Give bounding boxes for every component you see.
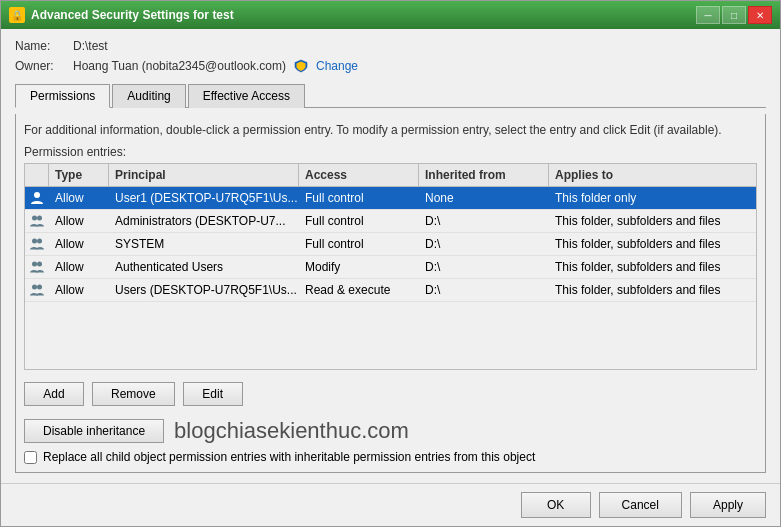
col-applies-to: Applies to xyxy=(549,164,756,186)
edit-button[interactable]: Edit xyxy=(183,382,243,406)
table-row[interactable]: AllowAdministrators (DESKTOP-U7...Full c… xyxy=(25,210,756,233)
svg-point-8 xyxy=(37,284,42,289)
table-cell: D:\ xyxy=(419,210,549,232)
window-title: Advanced Security Settings for test xyxy=(31,8,234,22)
table-cell: Users (DESKTOP-U7RQ5F1\Us... xyxy=(109,279,299,301)
window-icon: 🔒 xyxy=(9,7,25,23)
col-access: Access xyxy=(299,164,419,186)
inheritance-row: Disable inheritance blogchiasekienthuc.c… xyxy=(24,418,757,444)
tab-permissions[interactable]: Permissions xyxy=(15,84,110,108)
row-icon xyxy=(25,210,49,232)
table-cell: Modify xyxy=(299,256,419,278)
col-type: Type xyxy=(49,164,109,186)
table-cell: Allow xyxy=(49,256,109,278)
shield-icon xyxy=(294,59,308,73)
disable-inheritance-button[interactable]: Disable inheritance xyxy=(24,419,164,443)
name-value: D:\test xyxy=(73,39,108,53)
table-row[interactable]: AllowAuthenticated UsersModifyD:\This fo… xyxy=(25,256,756,279)
row-icon xyxy=(25,187,49,209)
owner-row: Owner: Hoang Tuan (nobita2345@outlook.co… xyxy=(15,59,766,73)
col-principal: Principal xyxy=(109,164,299,186)
owner-label: Owner: xyxy=(15,59,65,73)
table-cell: Allow xyxy=(49,187,109,209)
title-bar-controls: ─ □ ✕ xyxy=(696,6,772,24)
table-cell: None xyxy=(419,187,549,209)
tab-auditing[interactable]: Auditing xyxy=(112,84,185,108)
tab-content: For additional information, double-click… xyxy=(15,114,766,473)
svg-point-6 xyxy=(37,261,42,266)
table-cell: D:\ xyxy=(419,233,549,255)
table-header: Type Principal Access Inherited from App… xyxy=(25,164,756,187)
replace-permissions-label: Replace all child object permission entr… xyxy=(43,450,535,464)
table-cell: Read & execute xyxy=(299,279,419,301)
table-cell: SYSTEM xyxy=(109,233,299,255)
table-cell: This folder, subfolders and files xyxy=(549,256,756,278)
replace-permissions-checkbox[interactable] xyxy=(24,451,37,464)
maximize-button[interactable]: □ xyxy=(722,6,746,24)
main-window: 🔒 Advanced Security Settings for test ─ … xyxy=(0,0,781,527)
col-icon xyxy=(25,164,49,186)
table-cell: D:\ xyxy=(419,256,549,278)
permission-table: Type Principal Access Inherited from App… xyxy=(24,163,757,370)
svg-point-4 xyxy=(37,238,42,243)
svg-point-2 xyxy=(37,215,42,220)
table-cell: Authenticated Users xyxy=(109,256,299,278)
table-body: AllowUser1 (DESKTOP-U7RQ5F1\Us...Full co… xyxy=(25,187,756,369)
button-row: Add Remove Edit xyxy=(24,376,757,412)
apply-button[interactable]: Apply xyxy=(690,492,766,518)
ok-button[interactable]: OK xyxy=(521,492,591,518)
name-label: Name: xyxy=(15,39,65,53)
minimize-button[interactable]: ─ xyxy=(696,6,720,24)
title-bar-left: 🔒 Advanced Security Settings for test xyxy=(9,7,234,23)
cancel-button[interactable]: Cancel xyxy=(599,492,682,518)
table-cell: User1 (DESKTOP-U7RQ5F1\Us... xyxy=(109,187,299,209)
col-inherited-from: Inherited from xyxy=(419,164,549,186)
table-cell: Allow xyxy=(49,233,109,255)
table-cell: Allow xyxy=(49,210,109,232)
table-row[interactable]: AllowUsers (DESKTOP-U7RQ5F1\Us...Read & … xyxy=(25,279,756,302)
title-bar: 🔒 Advanced Security Settings for test ─ … xyxy=(1,1,780,29)
table-cell: This folder, subfolders and files xyxy=(549,279,756,301)
svg-point-1 xyxy=(32,215,37,220)
checkbox-row: Replace all child object permission entr… xyxy=(24,450,757,464)
svg-point-3 xyxy=(32,238,37,243)
row-icon xyxy=(25,233,49,255)
svg-point-0 xyxy=(34,192,40,198)
change-link[interactable]: Change xyxy=(316,59,358,73)
svg-point-7 xyxy=(32,284,37,289)
table-cell: Full control xyxy=(299,210,419,232)
add-button[interactable]: Add xyxy=(24,382,84,406)
table-cell: This folder, subfolders and files xyxy=(549,233,756,255)
svg-point-5 xyxy=(32,261,37,266)
content-area: Name: D:\test Owner: Hoang Tuan (nobita2… xyxy=(1,29,780,483)
close-button[interactable]: ✕ xyxy=(748,6,772,24)
entries-label: Permission entries: xyxy=(24,145,757,159)
table-cell: Allow xyxy=(49,279,109,301)
table-row[interactable]: AllowUser1 (DESKTOP-U7RQ5F1\Us...Full co… xyxy=(25,187,756,210)
row-icon xyxy=(25,256,49,278)
table-cell: This folder only xyxy=(549,187,756,209)
table-cell: Full control xyxy=(299,187,419,209)
bottom-section: Add Remove Edit Disable inheritance blog… xyxy=(24,370,757,464)
tab-bar: Permissions Auditing Effective Access xyxy=(15,83,766,108)
table-cell: This folder, subfolders and files xyxy=(549,210,756,232)
table-cell: Administrators (DESKTOP-U7... xyxy=(109,210,299,232)
remove-button[interactable]: Remove xyxy=(92,382,175,406)
watermark: blogchiasekienthuc.com xyxy=(174,418,409,444)
row-icon xyxy=(25,279,49,301)
dialog-footer: OK Cancel Apply xyxy=(1,483,780,526)
table-row[interactable]: AllowSYSTEMFull controlD:\This folder, s… xyxy=(25,233,756,256)
name-row: Name: D:\test xyxy=(15,39,766,53)
owner-value: Hoang Tuan (nobita2345@outlook.com) xyxy=(73,59,286,73)
info-text: For additional information, double-click… xyxy=(24,122,757,139)
table-cell: D:\ xyxy=(419,279,549,301)
table-cell: Full control xyxy=(299,233,419,255)
tab-effective-access[interactable]: Effective Access xyxy=(188,84,305,108)
